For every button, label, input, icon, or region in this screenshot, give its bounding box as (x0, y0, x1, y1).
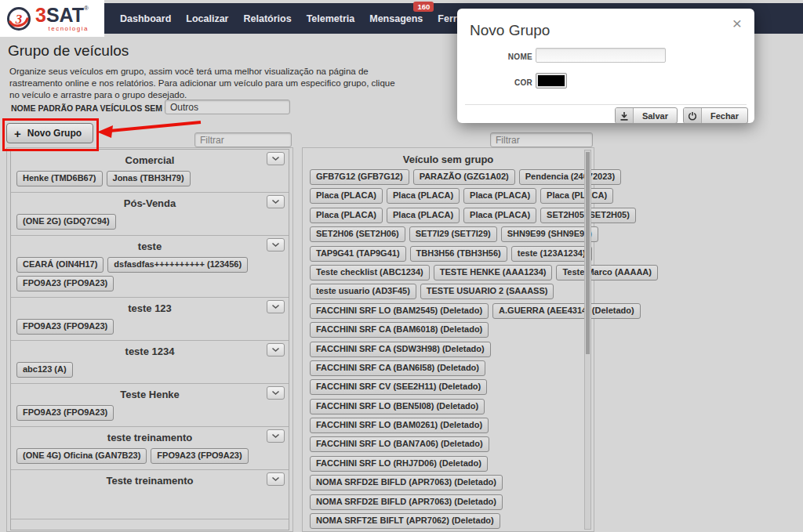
vehicle-tag[interactable]: A.GUERRA (AEE4314) (Deletado) (492, 303, 641, 319)
vehicle-tag[interactable]: FACCHINI SRF LO (BAM0261) (Deletado) (310, 418, 489, 433)
vehicle-tag[interactable]: FACCHINI SRF LO (BAM2545) (Deletado) (310, 303, 489, 319)
vehicle-tag[interactable]: FPO9A23 (FPO9A23) (16, 405, 114, 421)
ungrouped-vehicle-row: FACCHINI SRF LO (RHJ7D06) (Deletado) (308, 454, 594, 473)
vehicle-tag[interactable]: NOMA SRFT2E BIFLT (APR7062) (Deletado) (310, 513, 500, 529)
vehicle-tag[interactable]: Teste checklist (ABC1234) (310, 265, 430, 280)
color-swatch-inner (538, 75, 565, 86)
group-title: Pós-Venda (124, 197, 176, 209)
vehicle-tag[interactable]: FPO9A23 (FPO9A23) (16, 319, 114, 335)
vehicle-tag[interactable]: teste usuario (AD3F45) (310, 284, 416, 299)
vehicle-tag[interactable]: Pendencia (24072023) (519, 169, 621, 185)
vehicle-tag[interactable]: dsfasdfas++++++++++ (123456) (107, 257, 248, 273)
vehicle-tag[interactable]: FACCHINI SRF LO (BAN7A06) (Deletado) (310, 436, 489, 452)
chevron-down-icon (271, 199, 280, 204)
vehicle-tag[interactable]: TESTE USUARIO 2 (SAAASS) (420, 284, 554, 299)
nav-item-label: Telemetria (307, 13, 355, 24)
close-button-label: Fechar (702, 111, 747, 121)
ungrouped-vehicle-row: Teste checklist (ABC1234)TESTE HENKE (AA… (308, 263, 594, 282)
vehicle-tag[interactable]: Placa (PLACA) (387, 188, 460, 204)
vehicle-tag[interactable]: FPO9A23 (FPO9A23) (151, 448, 248, 464)
vehicle-group: teste treinamento (ONE 4G) Oficina (GAN7… (11, 427, 289, 470)
collapse-group-button[interactable] (267, 300, 285, 313)
group-title: teste (138, 241, 162, 252)
collapse-group-button[interactable] (267, 152, 285, 165)
group-header: teste 123 (11, 298, 289, 315)
collapse-group-button[interactable] (267, 238, 285, 252)
brand-logo: 3 3SAT® tecnologia (0, 0, 104, 37)
nav-item[interactable]: Mensagens 160 (369, 13, 423, 24)
vehicle-group: Comercial Henke (TMD6B67)Jonas (TBH3H79) (11, 150, 289, 193)
vehicle-tag[interactable]: teste (123A1234) (511, 246, 592, 262)
vehicle-tag[interactable]: Jonas (TBH3H79) (107, 171, 191, 186)
new-group-button[interactable]: + Novo Grupo (6, 123, 93, 143)
vehicle-tag[interactable]: Henke (TMD6B67) (16, 171, 103, 186)
groups-filter-input[interactable] (194, 132, 292, 147)
nav-item-label: Localizar (186, 13, 228, 24)
vehicle-tag[interactable]: FACCHINI SRF CA (SDW3H98) (Deletado) (310, 342, 491, 357)
vehicle-tag[interactable]: FACCHINI SRF LO (BEN5I08) (Deletado) (310, 399, 485, 414)
page-title: Grupo de veículos (8, 42, 129, 60)
close-icon[interactable]: × (732, 15, 742, 31)
vehicle-tag[interactable]: Teste Marco (AAAAA) (556, 265, 657, 280)
ungrouped-filter-input[interactable] (490, 132, 593, 147)
vehicle-tag[interactable]: Placa (PLACA) (310, 188, 383, 204)
vehicle-tag[interactable]: Placa (PLACA) (463, 188, 536, 204)
ungrouped-vehicle-row: Placa (PLACA)Placa (PLACA)Placa (PLACA)S… (308, 206, 594, 225)
vehicle-tag[interactable]: TAP9G41 (TAP9G41) (310, 246, 406, 262)
nav-item[interactable]: Localizar (186, 13, 228, 24)
vehicle-group (11, 519, 289, 530)
vehicle-group: teste 123 FPO9A23 (FPO9A23) (11, 298, 289, 341)
plus-icon: + (14, 128, 21, 139)
collapse-group-button[interactable] (267, 195, 285, 208)
vehicle-tag[interactable]: Placa (PLACA) (463, 208, 536, 223)
vehicle-tag[interactable]: FACCHINI SRF CA (BAM6018) (Deletado) (310, 322, 489, 338)
vehicle-tag[interactable]: Placa (PLACA) (540, 188, 613, 204)
vehicle-tag[interactable]: (ONE 4G) Oficina (GAN7B23) (16, 448, 147, 464)
collapse-group-button[interactable] (267, 429, 285, 443)
ungrouped-vehicle-row: Placa (PLACA)Placa (PLACA)Placa (PLACA)P… (308, 186, 594, 205)
vehicle-tag[interactable]: SET2H06 (SET2H06) (310, 226, 405, 242)
vehicle-tag[interactable]: Placa (PLACA) (310, 208, 383, 223)
vehicle-tag[interactable]: PARAZÃO (GZG1A02) (413, 169, 515, 185)
modal-name-input[interactable] (536, 48, 666, 63)
collapse-group-button[interactable] (267, 386, 285, 400)
close-button[interactable]: Fechar (683, 107, 748, 124)
nav-item[interactable]: Dashboard (120, 13, 171, 24)
scrollbar-thumb[interactable] (586, 152, 590, 354)
vehicle-tag[interactable]: FPO9A23 (FPO9A23) (16, 276, 114, 291)
vehicle-tag[interactable]: abc123 (A) (16, 362, 73, 378)
group-header: Teste Henke (11, 384, 289, 401)
save-button[interactable]: Salvar (615, 107, 678, 124)
nav-item-label: Dashboard (120, 13, 171, 24)
scrollbar-track[interactable] (584, 150, 591, 530)
nav-item-label: Relatórios (243, 13, 291, 24)
vehicle-tag[interactable]: TBH3H56 (TBH3H56) (410, 246, 507, 262)
notification-badge: 160 (413, 2, 434, 12)
collapse-group-button[interactable] (267, 343, 285, 356)
vehicle-group: Teste treinamento (11, 470, 289, 519)
modal-color-label: COR (470, 78, 532, 87)
vehicle-tag[interactable]: GFB7G12 (GFB7G12) (310, 169, 409, 185)
group-title: teste 123 (128, 302, 172, 314)
group-header: Comercial (11, 150, 289, 167)
default-name-input[interactable] (165, 100, 290, 114)
save-button-label: Salvar (634, 111, 677, 121)
color-picker-swatch[interactable] (536, 73, 567, 89)
vehicle-tag[interactable]: NOMA SRFD2E BIFLD (APR7063) (Deletado) (310, 475, 503, 490)
group-vehicle-list: (ONE 4G) Oficina (GAN7B23)FPO9A23 (FPO9A… (11, 444, 289, 469)
vehicle-tag[interactable]: CEARÁ (OIN4H17) (16, 257, 104, 273)
collapse-group-button[interactable] (267, 472, 285, 486)
nav-item[interactable]: Telemetria (307, 13, 355, 24)
vehicle-tag[interactable]: FACCHINI SRF LO (RHJ7D06) (Deletado) (310, 456, 488, 472)
nav-item[interactable]: Relatórios (243, 13, 291, 24)
vehicle-tag[interactable]: FACCHINI SRF CA (BAN6I58) (Deletado) (310, 360, 485, 376)
vehicle-tag[interactable]: Placa (PLACA) (387, 208, 460, 223)
brand-3: 3 (35, 4, 46, 26)
vehicle-tag[interactable]: SET7I29 (SET7I29) (409, 226, 497, 242)
vehicle-tag[interactable]: (ONE 2G) (GDQ7C94) (16, 214, 116, 230)
ungrouped-vehicle-row: FACCHINI SRF CA (BAN6I58) (Deletado) (308, 359, 594, 378)
vehicle-tag[interactable]: NOMA SRFD2E BIFLD (APR7063) (Deletado) (310, 494, 503, 510)
power-icon (684, 108, 702, 123)
vehicle-tag[interactable]: FACCHINI SRF CV (SEE2H11) (Deletado) (310, 379, 487, 395)
vehicle-tag[interactable]: TESTE HENKE (AAA1234) (434, 265, 553, 280)
